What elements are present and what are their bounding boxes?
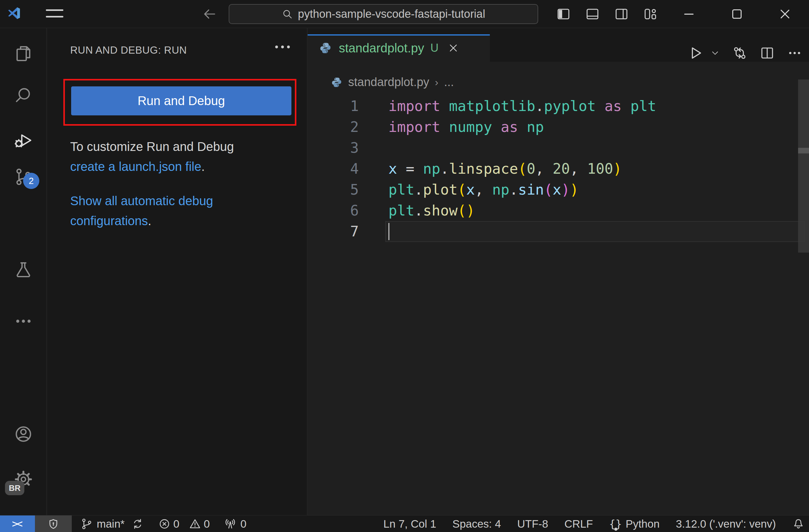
code-line-5[interactable]: 5plt.plot(x, np.sin(x)) <box>308 179 805 200</box>
hint-text: To customize Run and Debug <box>70 140 234 154</box>
source-control-icon[interactable]: 2 <box>14 167 33 187</box>
scrollbar-cursor-marker <box>798 148 809 154</box>
status-right-items: Ln 7, Col 1 Spaces: 4 UTF-8 CRLF {} Pyth… <box>383 518 809 530</box>
code-lines[interactable]: 1import matplotlib.pyplot as plt2import … <box>308 96 805 242</box>
command-center-search[interactable]: python-sample-vscode-fastapi-tutorial <box>229 4 538 24</box>
line-number: 2 <box>308 117 359 138</box>
window-maximize-button[interactable] <box>713 0 761 28</box>
ports-count: 0 <box>240 518 246 530</box>
panel-title: RUN AND DEBUG: RUN <box>70 44 187 56</box>
breadcrumb-more[interactable]: ... <box>444 75 454 89</box>
line-number: 7 <box>308 221 359 242</box>
source-control-badge: 2 <box>23 173 39 189</box>
search-sidebar-icon[interactable] <box>14 86 33 105</box>
current-line-highlight <box>385 221 805 242</box>
editor-scrollbar[interactable] <box>798 79 809 253</box>
code-line-3[interactable]: 3 <box>308 138 805 158</box>
run-and-debug-icon[interactable] <box>14 130 33 149</box>
code-line-7[interactable]: 7 <box>308 221 805 242</box>
menu-icon[interactable] <box>46 10 63 17</box>
panel-hint: To customize Run and Debug create a laun… <box>70 137 251 231</box>
window-close-button[interactable] <box>761 0 809 28</box>
tab-label: standardplot.py <box>339 41 424 55</box>
run-and-debug-panel: RUN AND DEBUG: RUN Run and Debug To cust… <box>47 28 307 515</box>
code-text: import numpy as np <box>389 117 544 138</box>
code-text: import matplotlib.pyplot as plt <box>389 96 656 117</box>
status-left-items: main* 0 0 0 <box>81 518 246 530</box>
code-text: plt.plot(x, np.sin(x)) <box>389 179 579 200</box>
python-file-icon <box>319 41 332 55</box>
title-bar: python-sample-vscode-fastapi-tutorial <box>0 0 809 28</box>
line-number: 4 <box>308 158 359 179</box>
run-python-file-icon[interactable] <box>687 45 704 61</box>
customize-layout-icon[interactable] <box>636 0 665 28</box>
line-number: 6 <box>308 200 359 221</box>
status-bar: >< main* 0 0 0 <box>0 515 809 532</box>
code-line-2[interactable]: 2import numpy as np <box>308 117 805 138</box>
activity-bar: 2 BR <box>0 28 47 515</box>
link2-suffix: . <box>148 214 151 228</box>
code-line-4[interactable]: 4x = np.linspace(0, 20, 100) <box>308 158 805 179</box>
run-dropdown-chevron-icon[interactable] <box>710 48 720 58</box>
problems-item[interactable]: 0 0 <box>158 518 210 530</box>
python-interpreter-item[interactable]: 3.12.0 ('.venv': venv) <box>676 518 776 530</box>
remote-icon: >< <box>12 518 21 530</box>
split-editor-icon[interactable] <box>760 46 775 60</box>
show-debug-configurations-link[interactable]: Show all automatic debug configurations <box>70 194 213 228</box>
errors-icon <box>158 518 171 530</box>
branch-name: main* <box>97 518 124 530</box>
chevron-right-icon: › <box>435 76 438 88</box>
line-number: 3 <box>308 138 359 158</box>
tab-close-icon[interactable] <box>448 43 459 53</box>
code-text: plt.show() <box>389 200 475 221</box>
code-line-6[interactable]: 6plt.show() <box>308 200 805 221</box>
search-icon <box>282 8 293 20</box>
breadcrumb[interactable]: standardplot.py › ... <box>331 75 454 89</box>
braces-icon: {} <box>609 518 622 530</box>
notifications-bell-icon[interactable] <box>792 518 805 530</box>
cursor-position-item[interactable]: Ln 7, Col 1 <box>383 518 436 530</box>
code-line-1[interactable]: 1import matplotlib.pyplot as plt <box>308 96 805 117</box>
open-changes-icon[interactable] <box>732 46 747 60</box>
panel-more-actions-icon[interactable] <box>275 46 290 48</box>
breadcrumb-file[interactable]: standardplot.py <box>348 75 429 89</box>
branch-item[interactable]: main* <box>81 518 144 530</box>
window-minimize-button[interactable] <box>665 0 713 28</box>
line-number: 5 <box>308 179 359 200</box>
workspace-trust-item[interactable] <box>35 515 72 532</box>
editor-more-actions-icon[interactable] <box>787 46 802 60</box>
toggle-secondary-sidebar-icon[interactable] <box>607 0 636 28</box>
more-views-icon[interactable] <box>14 312 33 331</box>
search-value: python-sample-vscode-fastapi-tutorial <box>298 7 485 21</box>
language-mode-item[interactable]: {} Python <box>609 518 659 530</box>
explorer-icon[interactable] <box>14 44 33 63</box>
vscode-logo-icon <box>7 6 21 21</box>
editor-actions <box>687 44 802 62</box>
testing-icon[interactable] <box>14 260 33 279</box>
create-launch-json-link[interactable]: create a launch.json file <box>70 160 201 173</box>
editor-tab-bar: standardplot.py U <box>308 28 809 62</box>
settings-gear-icon[interactable]: BR <box>14 469 33 489</box>
indentation-item[interactable]: Spaces: 4 <box>452 518 501 530</box>
warnings-count: 0 <box>204 518 210 530</box>
ports-item[interactable]: 0 <box>224 518 246 530</box>
hint-suffix: . <box>201 160 205 173</box>
tab-standardplot-py[interactable]: standardplot.py U <box>308 34 490 62</box>
git-untracked-badge: U <box>431 41 439 55</box>
back-arrow-icon[interactable] <box>202 6 217 21</box>
warnings-icon <box>189 518 201 530</box>
line-number: 1 <box>308 96 359 117</box>
encoding-item[interactable]: UTF-8 <box>517 518 548 530</box>
toggle-panel-icon[interactable] <box>578 0 607 28</box>
sync-icon <box>131 518 144 530</box>
active-tab-indicator <box>308 34 490 36</box>
editor-pane[interactable]: standardplot.py › ... 1import matplotlib… <box>308 62 809 515</box>
eol-item[interactable]: CRLF <box>564 518 593 530</box>
toggle-primary-sidebar-icon[interactable] <box>549 0 578 28</box>
python-file-icon <box>331 76 343 88</box>
profile-badge: BR <box>5 481 24 495</box>
text-cursor <box>389 223 389 240</box>
remote-indicator[interactable]: >< <box>0 515 35 532</box>
account-icon[interactable] <box>14 424 33 444</box>
run-and-debug-button[interactable]: Run and Debug <box>71 86 291 116</box>
